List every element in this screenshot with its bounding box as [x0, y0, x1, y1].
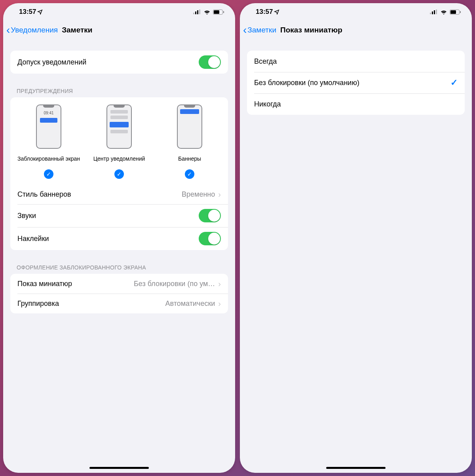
chevron-right-icon: ›: [218, 279, 221, 288]
svg-rect-0: [193, 13, 194, 14]
chevron-right-icon: ›: [218, 299, 221, 308]
battery-icon: [213, 9, 224, 15]
alert-option-banners[interactable]: Баннеры ✓: [154, 104, 225, 179]
nav-bar: ‹ Уведомления Заметки: [3, 21, 235, 40]
alerts-header: ПРЕДУПРЕЖДЕНИЯ: [3, 88, 235, 97]
row-label: Наклейки: [17, 235, 199, 243]
chevron-left-icon: ‹: [243, 25, 247, 36]
option-never[interactable]: Никогда: [247, 93, 465, 115]
status-time: 13:57: [19, 8, 36, 16]
cellular-icon: [430, 9, 438, 14]
svg-rect-8: [432, 11, 433, 14]
sounds-toggle[interactable]: [199, 209, 221, 222]
phone-left-notifications-settings: 13:57 ‹ Уведомления Заметки Допуск уведо…: [3, 3, 235, 473]
alert-label: Центр уведомлений: [93, 152, 145, 166]
row-value: Без блокировки (по ум…: [134, 280, 215, 288]
svg-rect-3: [199, 9, 200, 14]
alert-label: Заблокированный экран: [17, 152, 80, 166]
phone-right-show-previews: 13:57 ‹ Заметки Показ миниатюр Всегда Бе…: [240, 3, 472, 473]
row-value: Временно: [182, 190, 215, 199]
svg-rect-10: [436, 9, 437, 14]
wifi-icon: [440, 9, 447, 15]
svg-rect-13: [460, 11, 461, 13]
grouping-row[interactable]: Группировка Автоматически ›: [10, 294, 228, 313]
row-label: Звуки: [17, 212, 199, 220]
alert-option-notification-center[interactable]: Центр уведомлений ✓: [84, 104, 154, 179]
page-title: Заметки: [62, 26, 92, 34]
badges-toggle[interactable]: [199, 232, 221, 245]
cellular-icon: [193, 9, 201, 14]
home-indicator[interactable]: [326, 467, 386, 469]
alert-label: Баннеры: [178, 152, 201, 166]
option-when-unlocked[interactable]: Без блокировки (по умолчанию) ✓: [247, 72, 465, 93]
allow-notifications-row[interactable]: Допуск уведомлений: [10, 51, 228, 74]
lockscreen-header: ОФОРМЛЕНИЕ ЗАБЛОКИРОВАННОГО ЭКРАНА: [3, 264, 235, 274]
check-icon: ✓: [114, 169, 124, 179]
chevron-left-icon: ‹: [6, 25, 10, 36]
wifi-icon: [203, 9, 211, 15]
option-label: Всегда: [254, 57, 458, 66]
notification-center-mock-icon: [106, 104, 132, 149]
back-button[interactable]: ‹ Заметки: [243, 25, 276, 36]
row-value: Автоматически: [165, 300, 215, 308]
svg-rect-12: [450, 10, 456, 14]
check-icon: ✓: [44, 169, 53, 179]
nav-bar: ‹ Заметки Показ миниатюр: [240, 21, 472, 40]
back-button[interactable]: ‹ Уведомления: [6, 25, 58, 36]
option-always[interactable]: Всегда: [247, 51, 465, 72]
svg-rect-2: [197, 10, 198, 14]
check-icon: ✓: [185, 169, 194, 179]
back-label: Заметки: [247, 26, 276, 34]
allow-notifications-toggle[interactable]: [199, 55, 221, 69]
row-label: Показ миниатюр: [17, 280, 134, 288]
show-previews-row[interactable]: Показ миниатюр Без блокировки (по ум… ›: [10, 274, 228, 294]
preview-options-list: Всегда Без блокировки (по умолчанию) ✓ Н…: [247, 51, 465, 115]
row-label: Допуск уведомлений: [17, 58, 199, 66]
svg-rect-7: [430, 13, 431, 14]
banner-mock-icon: [177, 104, 202, 149]
battery-icon: [450, 9, 461, 15]
page-title: Показ миниатюр: [280, 26, 342, 34]
alerts-options: 09:41 Заблокированный экран ✓ Центр увед…: [10, 97, 228, 184]
content-scroll[interactable]: Допуск уведомлений ПРЕДУПРЕЖДЕНИЯ 09:41 …: [3, 40, 235, 473]
back-label: Уведомления: [11, 26, 58, 34]
chevron-right-icon: ›: [218, 190, 221, 199]
content-scroll[interactable]: Всегда Без блокировки (по умолчанию) ✓ Н…: [240, 40, 472, 473]
option-label: Без блокировки (по умолчанию): [254, 79, 450, 87]
badges-row[interactable]: Наклейки: [10, 227, 228, 250]
lockscreen-mock-icon: 09:41: [36, 104, 61, 149]
location-icon: [274, 9, 279, 15]
location-icon: [37, 9, 43, 15]
sounds-row[interactable]: Звуки: [10, 204, 228, 227]
alert-option-lockscreen[interactable]: 09:41 Заблокированный экран ✓: [13, 104, 84, 179]
row-label: Стиль баннеров: [17, 190, 182, 199]
check-icon: ✓: [450, 78, 458, 88]
svg-rect-5: [214, 10, 219, 14]
svg-rect-1: [195, 11, 196, 14]
status-time: 13:57: [256, 8, 273, 16]
svg-rect-9: [434, 10, 435, 14]
banner-style-row[interactable]: Стиль баннеров Временно ›: [10, 184, 228, 204]
status-bar: 13:57: [3, 3, 235, 21]
home-indicator[interactable]: [89, 467, 149, 469]
row-label: Группировка: [17, 300, 165, 308]
svg-rect-6: [223, 11, 224, 13]
status-bar: 13:57: [240, 3, 472, 21]
option-label: Никогда: [254, 100, 458, 108]
